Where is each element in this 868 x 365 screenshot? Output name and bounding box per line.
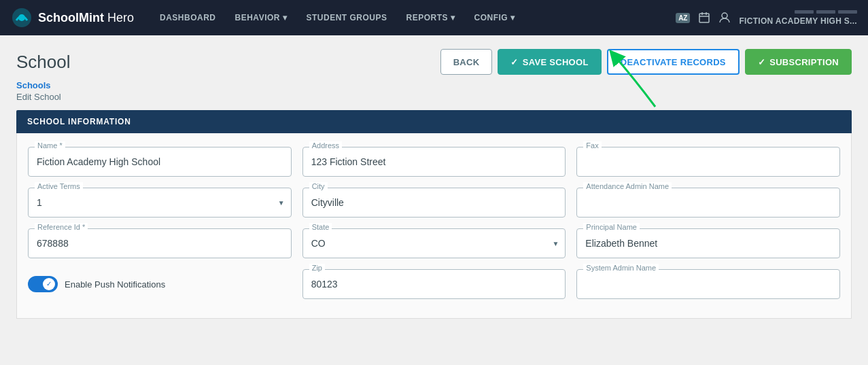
city-label: City	[309, 182, 328, 190]
address-field: Address	[302, 147, 566, 177]
breadcrumb: Schools Edit School	[16, 80, 852, 102]
navbar: SchoolMint Hero DASHBOARD BEHAVIOR ▾ STU…	[0, 0, 868, 35]
name-field: Name *	[28, 147, 292, 177]
state-field: State CO AL CA	[302, 228, 566, 258]
school-information-section: SCHOOL INFORMATION Name * Address Fax	[16, 110, 852, 319]
fax-label: Fax	[583, 141, 601, 150]
fax-input[interactable]	[576, 147, 840, 177]
principal-label: Principal Name	[583, 223, 640, 231]
active-terms-label: Active Terms	[35, 182, 83, 190]
fax-field: Fax	[576, 147, 840, 177]
save-school-button[interactable]: ✓ SAVE SCHOOL	[498, 49, 601, 75]
principal-input[interactable]	[576, 228, 840, 258]
principal-field: Principal Name	[576, 228, 840, 258]
breadcrumb-edit: Edit School	[16, 92, 852, 102]
checkmark-icon: ✓	[758, 57, 765, 67]
svg-point-1	[18, 14, 25, 21]
push-notifications-toggle[interactable]	[28, 276, 58, 292]
address-label: Address	[309, 141, 342, 150]
brand[interactable]: SchoolMint Hero	[11, 7, 134, 29]
subscription-button[interactable]: ✓ SUBSCRIPTION	[745, 49, 852, 75]
section-header: SCHOOL INFORMATION	[16, 110, 852, 133]
address-input[interactable]	[302, 147, 566, 177]
name-input[interactable]	[28, 147, 292, 177]
state-select[interactable]: CO AL CA	[302, 228, 566, 258]
toggle-label: Enable Push Notifications	[65, 279, 165, 290]
page-title: School	[16, 52, 71, 73]
nav-behavior[interactable]: BEHAVIOR ▾	[226, 0, 297, 35]
zip-label: Zip	[309, 264, 325, 272]
reference-id-field: Reference Id *	[28, 228, 292, 258]
header-actions: BACK ✓ SAVE SCHOOL DEACTIVATE RECORDS ✓ …	[440, 49, 852, 75]
state-label: State	[309, 223, 332, 231]
nav-reports[interactable]: REPORTS ▾	[397, 0, 465, 35]
active-terms-select-wrapper: 1 2 3 4	[28, 188, 292, 218]
active-terms-field: Active Terms 1 2 3 4	[28, 188, 292, 218]
svg-rect-2	[699, 14, 709, 22]
calendar-icon[interactable]	[698, 12, 710, 24]
toggle-row: Enable Push Notifications	[28, 271, 165, 298]
nav-student-groups[interactable]: STUDENT GROUPS	[296, 0, 396, 35]
back-button[interactable]: BACK	[440, 49, 493, 75]
form-row-3: Reference Id * State CO AL CA	[28, 228, 840, 258]
school-name-display: FICTION ACADEMY HIGH S...	[739, 16, 857, 26]
az-icon[interactable]: AZ	[676, 13, 690, 23]
brand-name: SchoolMint Hero	[38, 11, 134, 25]
nav-right: AZ F	[676, 10, 857, 26]
brand-logo-icon	[11, 7, 33, 29]
page-header: School BACK ✓ SAVE SCHOOL DEACTIVATE REC…	[16, 49, 852, 75]
attendance-admin-field: Attendance Admin Name	[576, 188, 840, 218]
system-admin-label: System Admin Name	[583, 264, 659, 272]
checkmark-icon: ✓	[510, 57, 518, 67]
zip-field: Zip	[302, 269, 566, 299]
form-row-2: Active Terms 1 2 3 4 City	[28, 188, 840, 218]
city-input[interactable]	[302, 188, 566, 218]
active-terms-select[interactable]: 1 2 3 4	[28, 188, 292, 218]
deactivate-records-button[interactable]: DEACTIVATE RECORDS	[607, 49, 740, 75]
zip-input[interactable]	[302, 269, 566, 299]
nav-dashboard[interactable]: DASHBOARD	[150, 0, 226, 35]
reference-id-input[interactable]	[28, 228, 292, 258]
form-row-4: Enable Push Notifications Zip System Adm…	[28, 269, 840, 299]
attendance-admin-label: Attendance Admin Name	[583, 182, 672, 190]
city-field: City	[302, 188, 566, 218]
system-admin-field: System Admin Name	[576, 269, 840, 299]
nav-items: DASHBOARD BEHAVIOR ▾ STUDENT GROUPS REPO…	[150, 0, 676, 35]
nav-config[interactable]: CONFIG ▾	[465, 0, 525, 35]
attendance-admin-input[interactable]	[576, 188, 840, 218]
chevron-down-icon: ▾	[283, 13, 288, 22]
breadcrumb-schools-link[interactable]: Schools	[16, 80, 852, 90]
chevron-down-icon: ▾	[510, 13, 515, 22]
toggle-field: Enable Push Notifications	[28, 269, 292, 299]
chevron-down-icon: ▾	[451, 13, 455, 22]
system-admin-input[interactable]	[576, 269, 840, 299]
state-select-wrapper: CO AL CA	[302, 228, 566, 258]
main-content: School BACK ✓ SAVE SCHOOL DEACTIVATE REC…	[0, 35, 868, 365]
name-label: Name *	[35, 141, 65, 150]
reference-id-label: Reference Id *	[35, 223, 88, 231]
user-icon[interactable]	[718, 12, 731, 24]
form-row-1: Name * Address Fax	[28, 147, 840, 177]
svg-point-6	[722, 13, 727, 18]
section-body: Name * Address Fax Active Terms	[16, 133, 852, 319]
